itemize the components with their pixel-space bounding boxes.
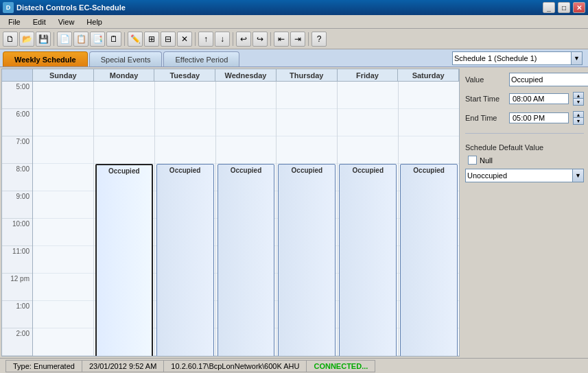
menu-view[interactable]: View — [53, 16, 80, 27]
schedule-select-wrapper[interactable]: ▼ — [452, 51, 583, 65]
tab-effective-period[interactable]: Effective Period — [163, 51, 239, 67]
slot[interactable] — [277, 136, 337, 164]
tb-export[interactable]: ⇥ — [290, 32, 305, 47]
slot[interactable] — [155, 136, 215, 164]
menu-file[interactable]: File — [3, 16, 26, 27]
tb-btn4[interactable]: 📑 — [90, 32, 105, 47]
tb-down[interactable]: ↓ — [215, 32, 230, 47]
tab-weekly-schedule[interactable]: Weekly Schedule — [3, 51, 88, 67]
calendar-area: Sunday Monday Tuesday Wednesday Thursday… — [1, 69, 460, 357]
status-datetime: 23/01/2012 9:52 AM — [82, 360, 163, 372]
tb-btn2[interactable]: 📄 — [57, 32, 72, 47]
titlebar: D Distech Controls EC-Schedule _ □ ✕ — [0, 0, 588, 15]
event-saturday-occupied[interactable]: Occupied — [400, 164, 458, 356]
start-time-up[interactable]: ▲ — [574, 93, 583, 99]
event-tuesday-occupied[interactable]: Occupied — [156, 164, 214, 356]
slot[interactable] — [155, 109, 215, 136]
null-checkbox[interactable] — [468, 156, 477, 165]
slot[interactable] — [399, 136, 459, 164]
close-button[interactable]: ✕ — [573, 2, 585, 13]
tb-help[interactable]: ? — [311, 32, 327, 47]
slot[interactable] — [33, 246, 93, 274]
day-col-wednesday[interactable]: Occupied — [216, 82, 277, 356]
default-value-arrow[interactable]: ▼ — [572, 169, 583, 182]
tb-edit[interactable]: ✏️ — [128, 32, 143, 47]
day-col-sunday[interactable] — [33, 82, 94, 356]
minimize-button[interactable]: _ — [543, 2, 555, 13]
end-time-input[interactable] — [509, 112, 569, 123]
slot[interactable] — [94, 109, 154, 136]
slot[interactable] — [33, 164, 93, 191]
start-time-input[interactable] — [509, 93, 569, 104]
menu-edit[interactable]: Edit — [27, 16, 51, 27]
value-select-wrapper[interactable]: ▼ — [509, 73, 588, 86]
tb-save[interactable]: 💾 — [36, 32, 51, 47]
day-col-tuesday[interactable]: Occupied — [155, 82, 216, 356]
slot[interactable] — [33, 136, 93, 164]
tb-up[interactable]: ↑ — [198, 32, 213, 47]
slot[interactable] — [338, 136, 398, 164]
tb-delete[interactable]: ✕ — [177, 32, 192, 47]
tb-new[interactable]: 🗋 — [3, 32, 18, 47]
time-5am: 5:00 — [2, 82, 32, 109]
slot[interactable] — [399, 109, 459, 136]
window-title: Distech Controls EC-Schedule — [16, 3, 540, 12]
slot[interactable] — [216, 109, 277, 136]
slot[interactable] — [33, 191, 93, 219]
slot[interactable] — [277, 109, 337, 136]
end-time-down[interactable]: ▼ — [574, 118, 583, 124]
slot[interactable] — [33, 301, 93, 328]
divider — [465, 133, 584, 134]
tb-btn3[interactable]: 📋 — [73, 32, 89, 47]
day-col-saturday[interactable]: Occupied — [399, 82, 459, 356]
tb-import[interactable]: ⇤ — [274, 32, 289, 47]
tb-open[interactable]: 📂 — [19, 32, 34, 47]
default-value-input[interactable] — [466, 171, 572, 180]
slot[interactable] — [33, 219, 93, 246]
tb-redo[interactable]: ↪ — [252, 32, 268, 47]
schedule-select-input[interactable] — [453, 53, 571, 63]
default-value-select-wrapper[interactable]: ▼ — [465, 169, 584, 182]
time-7am: 7:00 — [2, 136, 32, 164]
start-time-spinner[interactable]: ▲ ▼ — [573, 92, 584, 106]
time-10am: 10:00 — [2, 219, 32, 246]
status-server: 10.2.60.17\BcpLonNetwork\600K AHU — [163, 360, 306, 372]
statusbar: Type: Enumerated 23/01/2012 9:52 AM 10.2… — [0, 358, 588, 373]
slot[interactable] — [216, 136, 277, 164]
event-thursday-occupied[interactable]: Occupied — [278, 164, 336, 356]
slot[interactable] — [33, 328, 93, 356]
calendar-scroll[interactable]: 5:00 6:00 7:00 8:00 9:00 10:00 11:00 12 … — [2, 82, 459, 356]
tb-copy[interactable]: ⊞ — [144, 32, 159, 47]
day-col-thursday[interactable]: Occupied — [277, 82, 338, 356]
slot[interactable] — [33, 82, 93, 109]
null-label: Null — [480, 156, 493, 165]
maximize-button[interactable]: □ — [558, 2, 570, 13]
tb-paste[interactable]: ⊟ — [161, 32, 176, 47]
slot[interactable] — [399, 82, 459, 109]
day-col-monday[interactable]: Occupied ↕ 8:00am-5:00pm Occupied — [94, 82, 155, 356]
event-friday-occupied[interactable]: Occupied — [339, 164, 397, 356]
day-header-monday: Monday — [94, 69, 155, 81]
tb-undo[interactable]: ↩ — [236, 32, 251, 47]
slot[interactable] — [216, 82, 277, 109]
start-time-down[interactable]: ▼ — [574, 99, 583, 105]
tab-special-events[interactable]: Special Events — [89, 51, 163, 67]
value-select-input[interactable] — [510, 75, 588, 84]
event-wednesday-occupied[interactable]: Occupied — [217, 164, 275, 356]
slot[interactable] — [94, 136, 154, 164]
slot[interactable] — [338, 82, 398, 109]
event-monday-occupied[interactable]: Occupied ↕ — [95, 164, 153, 356]
slot[interactable] — [94, 82, 154, 109]
slot[interactable] — [33, 109, 93, 136]
tb-btn5[interactable]: 🗒 — [106, 32, 121, 47]
slot[interactable] — [33, 274, 93, 301]
schedule-selector: ▼ — [452, 51, 583, 65]
schedule-dropdown-arrow[interactable]: ▼ — [571, 52, 582, 64]
slot[interactable] — [155, 82, 215, 109]
day-col-friday[interactable]: Occupied — [338, 82, 399, 356]
end-time-up[interactable]: ▲ — [574, 112, 583, 118]
slot[interactable] — [338, 109, 398, 136]
slot[interactable] — [277, 82, 337, 109]
menu-help[interactable]: Help — [81, 16, 108, 27]
end-time-spinner[interactable]: ▲ ▼ — [573, 111, 584, 125]
